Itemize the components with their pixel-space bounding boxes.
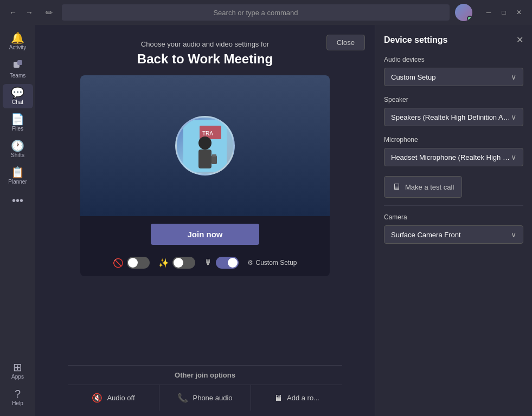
phone-audio-option[interactable]: 📞 Phone audio (159, 385, 251, 411)
join-now-button[interactable]: Join now (151, 224, 259, 245)
main-wrap: 🔔 Activity Teams 💬 Chat 📄 Files 🕐 Shifts (0, 25, 532, 416)
svg-rect-7 (211, 155, 217, 164)
sidebar-item-apps[interactable]: ⊞ Apps (3, 359, 33, 383)
title-bar: ← → ✏ ─ □ ✕ (0, 0, 532, 25)
options-row: 🔇 Audio off 📞 Phone audio 🖥 Add a ro... (68, 385, 342, 411)
ds-header: Device settings ✕ (384, 35, 523, 45)
add-room-icon: 🖥 (274, 393, 283, 403)
video-off-icon: 🚫 (113, 258, 124, 268)
maximize-button[interactable]: □ (497, 6, 510, 19)
add-room-label: Add a ro... (287, 394, 319, 402)
sidebar-item-apps-label: Apps (11, 374, 24, 380)
make-test-call-label: Make a test call (405, 183, 454, 191)
gear-icon: ⚙ (247, 259, 253, 266)
sidebar-item-activity[interactable]: 🔔 Activity (3, 29, 33, 54)
meeting-title: Back to Work Meeting (137, 51, 273, 67)
test-call-icon: 🖥 (392, 182, 401, 192)
planner-icon: 📋 (11, 167, 24, 178)
audio-off-icon: 🔇 (92, 393, 102, 403)
avatar[interactable] (455, 4, 472, 21)
close-window-button[interactable]: ✕ (512, 6, 525, 19)
svg-rect-1 (17, 60, 22, 65)
microphone-section: Microphone Headset Microphone (Realtek H… (384, 136, 523, 166)
video-toggle[interactable] (127, 257, 150, 269)
camera-section: Camera Surface Camera Front ∨ (384, 213, 523, 244)
sidebar-item-shifts-label: Shifts (11, 152, 24, 158)
audio-devices-value: Custom Setup (391, 73, 511, 81)
custom-setup-button[interactable]: ⚙ Custom Setup (247, 259, 297, 266)
speaker-section: Speaker Speakers (Realtek High Definitio… (384, 96, 523, 126)
nav-buttons: ← → (7, 6, 36, 19)
microphone-chevron: ∨ (511, 153, 516, 161)
controls-row: 🚫 ✨ 🎙 (80, 252, 330, 276)
sidebar-item-chat[interactable]: 💬 Chat (3, 84, 33, 108)
sidebar-item-activity-label: Activity (9, 44, 27, 50)
sidebar-item-planner-label: Planner (8, 179, 27, 185)
audio-devices-chevron: ∨ (511, 73, 516, 81)
blur-toggle[interactable] (172, 257, 195, 269)
other-join-options: Other join options 🔇 Audio off 📞 Phone a… (68, 365, 342, 416)
sidebar-bottom: ⊞ Apps ? Help (3, 359, 33, 416)
audio-devices-select[interactable]: Custom Setup ∨ (384, 68, 523, 86)
forward-button[interactable]: → (23, 6, 36, 19)
mic-toggle-group: 🎙 (204, 257, 239, 269)
svg-rect-6 (198, 150, 211, 168)
camera-chevron: ∨ (511, 230, 516, 239)
microphone-value: Headset Microphone (Realtek High D... (391, 153, 511, 161)
blur-toggle-group: ✨ (158, 257, 195, 269)
speaker-label: Speaker (384, 96, 523, 103)
mic-toggle[interactable] (216, 257, 239, 269)
teams-icon (12, 59, 23, 72)
sidebar-item-files[interactable]: 📄 Files (3, 110, 33, 135)
custom-setup-label: Custom Setup (255, 259, 297, 266)
audio-devices-label: Audio devices (384, 56, 523, 63)
more-options[interactable]: ••• (8, 190, 28, 211)
phone-audio-label: Phone audio (193, 394, 232, 402)
camera-select[interactable]: Surface Camera Front ∨ (384, 225, 523, 244)
video-inner: TRA (80, 75, 330, 216)
activity-icon: 🔔 (11, 32, 24, 43)
files-icon: 📄 (11, 114, 24, 125)
ds-title: Device settings (384, 35, 447, 45)
apps-icon: ⊞ (13, 362, 22, 373)
other-options-label: Other join options (68, 371, 342, 379)
ds-close-button[interactable]: ✕ (516, 35, 523, 45)
help-icon: ? (15, 388, 21, 399)
sidebar-item-teams-label: Teams (10, 73, 25, 79)
audio-devices-section: Audio devices Custom Setup ∨ (384, 56, 523, 86)
microphone-label: Microphone (384, 136, 523, 144)
compose-button[interactable]: ✏ (41, 5, 56, 20)
divider (384, 205, 523, 206)
minimize-button[interactable]: ─ (482, 6, 495, 19)
mic-icon: 🎙 (204, 258, 213, 268)
camera-value: Surface Camera Front (391, 231, 511, 239)
add-room-option[interactable]: 🖥 Add a ro... (251, 385, 342, 411)
meeting-overlay: Close Choose your audio and video settin… (35, 25, 375, 416)
speaker-select[interactable]: Speakers (Realtek High Definition Au... … (384, 108, 523, 126)
microphone-select[interactable]: Headset Microphone (Realtek High D... ∨ (384, 148, 523, 166)
sidebar-item-planner[interactable]: 📋 Planner (3, 164, 33, 188)
search-input[interactable] (62, 4, 450, 21)
back-button[interactable]: ← (7, 6, 20, 19)
blur-icon: ✨ (158, 258, 169, 268)
blur-toggle-thumb (174, 258, 183, 268)
video-toggle-thumb (128, 258, 138, 268)
audio-off-option[interactable]: 🔇 Audio off (68, 385, 159, 411)
make-test-call-button[interactable]: 🖥 Make a test call (384, 176, 462, 198)
svg-rect-8 (212, 154, 216, 157)
meeting-subtitle: Choose your audio and video settings for (137, 40, 273, 48)
sidebar-item-chat-label: Chat (12, 99, 23, 105)
close-meeting-button[interactable]: Close (326, 35, 365, 50)
sidebar-item-shifts[interactable]: 🕐 Shifts (3, 137, 33, 161)
user-avatar-circle: TRA (175, 116, 235, 176)
sidebar-item-teams[interactable]: Teams (3, 56, 33, 82)
phone-audio-icon: 📞 (177, 393, 188, 403)
sidebar-item-help[interactable]: ? Help (3, 385, 33, 410)
window-controls: ─ □ ✕ (482, 6, 525, 19)
sidebar: 🔔 Activity Teams 💬 Chat 📄 Files 🕐 Shifts (0, 25, 35, 416)
svg-point-5 (198, 136, 211, 150)
speaker-value: Speakers (Realtek High Definition Au... (391, 113, 511, 121)
avatar-status (467, 16, 472, 21)
video-toggle-group: 🚫 (113, 257, 150, 269)
content-area: Close Choose your audio and video settin… (35, 25, 375, 416)
